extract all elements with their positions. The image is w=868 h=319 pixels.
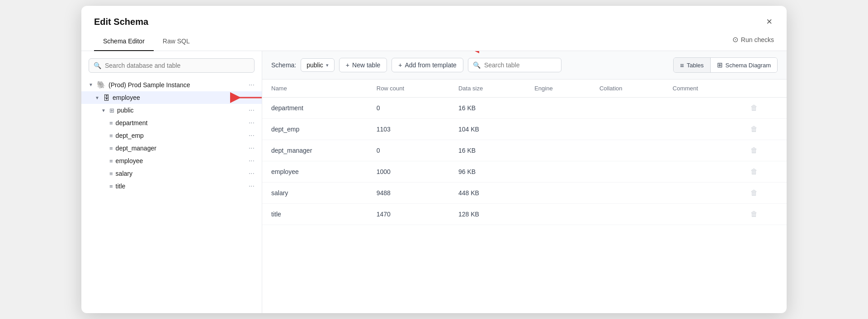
sidebar-arrow [226,89,262,106]
toolbar: Schema: public ▾ + New table + Add from … [262,51,787,80]
schema-diagram-label: Schema Diagram [726,62,771,69]
cell-data-size: 104 KB [449,119,525,140]
delete-row-button[interactable]: 🗑 [750,146,758,155]
edit-schema-modal: Edit Schema × Schema Editor Raw SQL ⊙ Ru… [81,6,787,313]
cell-engine [525,161,590,183]
public-actions[interactable]: ··· [249,106,255,114]
main-content: Schema: public ▾ + New table + Add from … [262,51,787,313]
table-row: dept_manager 0 16 KB 🗑 [262,140,787,161]
run-checks-icon: ⊙ [732,35,738,44]
add-from-template-label: Add from template [405,61,456,69]
table-container: Name Row count Data size Engine Collatio… [262,80,787,313]
search-input[interactable] [105,62,250,69]
cell-collation [590,140,664,161]
db-icon-prod: 🐘 [97,80,106,89]
tree-item-department[interactable]: ≡ department ··· [81,117,262,129]
schema-icon-public: ⊞ [109,107,114,114]
col-actions [741,80,787,98]
col-collation: Collation [590,80,664,98]
search-icon: 🔍 [94,62,101,69]
tree: ▼ 🐘 (Prod) Prod Sample Instance ··· ▼ 🗄 … [81,78,262,313]
cell-comment [664,140,741,161]
run-checks-button[interactable]: ⊙ Run checks [732,35,774,49]
delete-row-button[interactable]: 🗑 [750,168,758,176]
cell-name: employee [262,161,368,183]
schema-select[interactable]: public ▾ [301,58,335,72]
search-table-box[interactable]: 🔍 [468,58,561,72]
caret-public: ▼ [101,108,107,113]
cell-name: title [262,204,368,225]
cell-comment [664,98,741,119]
cell-row-count: 1103 [368,119,449,140]
cell-collation [590,183,664,204]
table-row: department 0 16 KB 🗑 [262,98,787,119]
cell-engine [525,119,590,140]
employee-db-actions[interactable]: ··· [249,94,255,102]
tables-icon: ≡ [680,61,684,69]
table-icon-dept-manager: ≡ [109,145,113,152]
schema-diagram-button[interactable]: ⊞ Schema Diagram [711,58,777,72]
tree-item-salary[interactable]: ≡ salary ··· [81,167,262,180]
sidebar: 🔍 ▼ 🐘 (Prod) Prod Sample Instance ··· ▼ … [81,51,262,313]
tab-schema-editor[interactable]: Schema Editor [94,34,154,51]
cell-name: dept_manager [262,140,368,161]
cell-collation [590,204,664,225]
search-box[interactable]: 🔍 [89,58,255,73]
tree-label-dept-emp: dept_emp [116,132,144,139]
delete-row-button[interactable]: 🗑 [750,104,758,112]
cell-delete[interactable]: 🗑 [741,119,787,140]
dept-emp-actions[interactable]: ··· [249,131,255,140]
cell-engine [525,204,590,225]
add-from-template-button[interactable]: + Add from template [392,58,463,72]
delete-row-button[interactable]: 🗑 [750,125,758,133]
tree-item-public[interactable]: ▼ ⊞ public ··· [81,104,262,117]
new-table-button[interactable]: + New table [339,58,387,72]
dept-manager-actions[interactable]: ··· [249,144,255,152]
tree-item-prod-instance[interactable]: ▼ 🐘 (Prod) Prod Sample Instance ··· [81,78,262,91]
cell-name: dept_emp [262,119,368,140]
cell-row-count: 0 [368,140,449,161]
cell-row-count: 9488 [368,183,449,204]
cell-delete[interactable]: 🗑 [741,204,787,225]
cell-delete[interactable]: 🗑 [741,161,787,183]
table-row: employee 1000 96 KB 🗑 [262,161,787,183]
tree-item-employee-db[interactable]: ▼ 🗄 employee ··· [81,91,262,104]
department-actions[interactable]: ··· [249,119,255,127]
tab-raw-sql[interactable]: Raw SQL [154,34,199,51]
cell-comment [664,161,741,183]
run-checks-label: Run checks [741,36,774,43]
search-table-input[interactable] [484,61,557,69]
delete-row-button[interactable]: 🗑 [750,189,758,197]
cell-engine [525,140,590,161]
cell-data-size: 128 KB [449,204,525,225]
cell-collation [590,119,664,140]
schema-diagram-icon: ⊞ [717,61,723,69]
tabs-left: Schema Editor Raw SQL [94,34,199,51]
col-name: Name [262,80,368,98]
employee-table-actions[interactable]: ··· [249,157,255,165]
cell-delete[interactable]: 🗑 [741,183,787,204]
cell-delete[interactable]: 🗑 [741,140,787,161]
salary-actions[interactable]: ··· [249,169,255,178]
cell-comment [664,119,741,140]
tree-item-employee-table[interactable]: ≡ employee ··· [81,155,262,167]
close-button[interactable]: × [764,15,774,28]
tree-item-title[interactable]: ≡ title ··· [81,180,262,192]
tree-item-dept-emp[interactable]: ≡ dept_emp ··· [81,129,262,142]
table-icon-title: ≡ [109,183,113,190]
cell-engine [525,98,590,119]
prod-actions[interactable]: ··· [249,81,255,89]
caret-prod: ▼ [89,82,94,87]
cell-collation [590,98,664,119]
delete-row-button[interactable]: 🗑 [750,210,758,218]
tables-view-button[interactable]: ≡ Tables [674,58,710,72]
new-table-label: New table [352,61,380,69]
cell-comment [664,204,741,225]
modal-tabs: Schema Editor Raw SQL ⊙ Run checks [81,28,787,51]
caret-employee-db: ▼ [95,95,100,100]
modal-title: Edit Schema [94,17,148,27]
tree-label-title: title [116,183,126,190]
title-actions[interactable]: ··· [249,182,255,190]
tree-item-dept-manager[interactable]: ≡ dept_manager ··· [81,142,262,155]
cell-delete[interactable]: 🗑 [741,98,787,119]
